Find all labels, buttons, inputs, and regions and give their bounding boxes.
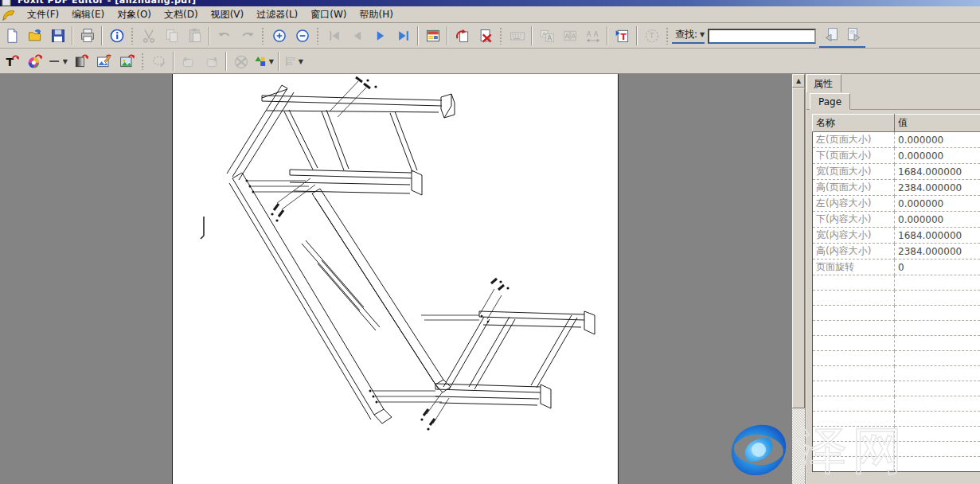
property-row[interactable]: 页面旋转0 [813,260,980,275]
shapes-button[interactable]: ▼ [253,51,275,72]
find-next-icon [846,27,862,43]
align-button[interactable]: ▼ [283,51,304,72]
property-row-empty [813,457,980,472]
menu-window[interactable]: 窗口(W) [304,6,353,23]
property-value[interactable]: 0.000000 [895,148,980,164]
line-style-button[interactable]: ▼ [47,51,68,72]
tab-page[interactable]: Page [810,93,850,110]
property-value[interactable]: 0.000000 [895,212,980,228]
find-label: 查找: [675,28,697,41]
info-button[interactable] [106,25,127,46]
menu-view[interactable]: 视图(V) [205,6,251,23]
menu-filter[interactable]: 过滤器(L) [250,6,304,23]
font-spacing-button[interactable]: AA [582,25,603,46]
svg-text:A: A [586,30,591,38]
toolbar-drag-handle[interactable] [666,27,670,45]
shapes-icon [254,53,268,69]
property-value[interactable]: 0.000000 [895,132,980,148]
text-export-icon: T [615,28,631,44]
menu-document[interactable]: 文档(D) [158,6,205,23]
column-header-name[interactable]: 名称 [813,115,895,132]
delete-page-button[interactable] [474,25,496,46]
property-value[interactable]: 2384.000000 [895,180,980,196]
font-replace-button[interactable]: AA [536,25,557,46]
shapes-dropdown-arrow[interactable]: ▼ [269,58,274,65]
menu-file[interactable]: 文件(F) [21,6,65,23]
property-row[interactable]: 高(页面大小)2384.000000 [813,180,980,196]
zoom-in-button[interactable] [268,25,290,46]
text-export-button[interactable]: T [611,25,633,46]
scroll-up-button[interactable]: ▲ [792,74,805,88]
property-row[interactable]: 左(内容大小)0.000000 [813,196,980,212]
pdf-page[interactable] [172,74,619,484]
zoom-out-button[interactable] [291,25,313,46]
next-page-icon [373,28,388,44]
property-value[interactable]: 0 [895,260,980,275]
property-value[interactable]: 0.000000 [895,196,980,212]
redo-button[interactable] [236,25,258,46]
copy-button[interactable] [161,25,182,46]
menu-edit[interactable]: 编辑(E) [65,6,111,23]
scrollbar-thumb[interactable] [792,88,805,408]
bring-forward-button[interactable] [201,51,222,72]
svg-text:T: T [620,32,627,42]
last-page-button[interactable] [392,25,414,46]
new-button[interactable] [1,25,22,46]
add-text-button[interactable]: T [1,51,22,72]
prev-page-button[interactable] [346,25,368,46]
open-button[interactable] [24,25,45,46]
undo-button[interactable] [213,25,235,46]
isometric-ladder-frame-drawing [173,74,618,484]
find-input[interactable] [708,29,816,44]
print-button[interactable] [76,25,98,46]
find-dropdown-arrow[interactable]: ▼ [700,31,705,38]
toolbar-drag-handle[interactable] [261,27,265,45]
send-backward-button[interactable] [178,51,199,72]
property-row[interactable]: 下(页面大小)0.000000 [813,148,980,164]
property-value[interactable]: 1684.000000 [895,164,980,180]
toolbar-drag-handle[interactable] [141,53,145,70]
paste-button[interactable] [184,25,205,46]
rotate-page-icon [455,28,470,44]
property-row-empty [813,427,980,442]
shading-icon [73,53,89,69]
find-prev-button[interactable] [820,25,841,45]
property-value[interactable]: 1684.000000 [895,228,980,244]
cut-button[interactable] [138,25,159,46]
column-header-value[interactable]: 值 [895,115,980,132]
line-style-dropdown-arrow[interactable]: ▼ [63,58,68,65]
property-row[interactable]: 下(内容大小)0.000000 [813,212,980,228]
property-row[interactable]: 宽(内容大小)1684.000000 [813,228,980,244]
page-layout-button[interactable] [422,25,443,46]
rotate-page-button[interactable] [451,25,473,46]
property-row[interactable]: 宽(页面大小)1684.000000 [813,164,980,180]
toolbar-drag-handle[interactable] [499,27,503,45]
first-page-button[interactable] [323,25,345,46]
text-circle-button[interactable]: T [641,25,662,46]
next-page-button[interactable] [369,25,391,46]
shading-button[interactable] [70,51,92,72]
add-image-button[interactable] [116,51,138,72]
save-button[interactable] [47,25,68,46]
vertical-scrollbar[interactable]: ▲ [792,74,805,484]
property-row[interactable]: 高(内容大小)2384.000000 [813,244,980,260]
delete-object-button[interactable] [230,51,252,72]
document-canvas[interactable] [0,74,792,484]
toolbar-separator [173,52,174,71]
toolbar-drag-handle[interactable] [316,27,320,45]
toolbar-separator [209,26,210,45]
edit-image-button[interactable] [93,51,115,72]
find-next-button[interactable] [843,25,865,45]
font-size-button[interactable]: AA [559,25,580,46]
property-value[interactable]: 2384.000000 [895,244,980,260]
lasso-button[interactable] [148,51,170,72]
keyboard-icon [510,28,525,44]
keyboard-button[interactable] [506,25,528,46]
menu-bar: 文件(F) 编辑(E) 对象(O) 文档(D) 视图(V) 过滤器(L) 窗口(… [0,6,980,23]
toolbar-drag-handle[interactable] [131,27,135,45]
align-dropdown-arrow[interactable]: ▼ [299,58,303,65]
color-wheel-button[interactable] [24,51,45,72]
menu-object[interactable]: 对象(O) [111,6,158,23]
menu-help[interactable]: 帮助(H) [353,6,400,23]
property-row[interactable]: 左(页面大小)0.000000 [813,132,980,148]
